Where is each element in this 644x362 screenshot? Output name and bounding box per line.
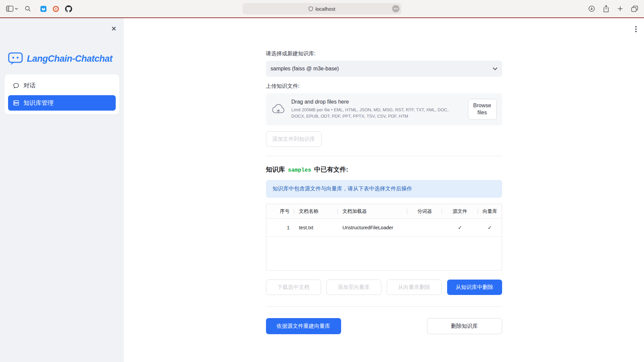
search-button[interactable] bbox=[24, 5, 32, 12]
logo-chat-icon bbox=[8, 52, 23, 66]
extension-blue-button[interactable] bbox=[40, 5, 47, 13]
search-icon bbox=[25, 6, 31, 12]
download-icon bbox=[588, 5, 595, 12]
cloud-upload-icon bbox=[271, 104, 285, 115]
delete-kb-button[interactable]: 删除知识库 bbox=[427, 318, 502, 334]
sidebar-toggle-button[interactable] bbox=[5, 5, 19, 12]
download-selected-button[interactable]: 下载选中文档 bbox=[266, 280, 321, 295]
kb-files-heading: 知识库 samples 中已有文件: bbox=[266, 165, 502, 174]
delete-from-vector-store-button[interactable]: 从向量库删除 bbox=[387, 280, 442, 295]
extension-orange-icon bbox=[53, 6, 59, 12]
site-settings-button[interactable] bbox=[392, 5, 399, 12]
cell-index: 1 bbox=[266, 225, 294, 230]
file-action-buttons: 下载选中文档 添加至向量库 从向量库删除 从知识库中删除 bbox=[266, 280, 502, 295]
file-uploader-dropzone[interactable]: Drag and drop files here Limit 200MB per… bbox=[266, 93, 502, 125]
kb-name-code: samples bbox=[288, 167, 311, 173]
add-files-to-kb-button[interactable]: 添加文件到知识库 bbox=[266, 131, 322, 147]
column-header[interactable]: 分词器 bbox=[407, 208, 442, 215]
divider bbox=[266, 306, 502, 307]
share-icon bbox=[603, 5, 609, 12]
logo-text: LangChain-Chatchat bbox=[27, 54, 112, 64]
kb-action-buttons: 依据源文件重建向量库 删除知识库 bbox=[266, 318, 502, 334]
select-kb-label: 请选择或新建知识库: bbox=[266, 50, 502, 57]
sidebar-close-button[interactable]: × bbox=[111, 24, 116, 33]
tabs-icon bbox=[631, 6, 638, 12]
main-area: 请选择或新建知识库: samples (faiss @ m3e-base) 上传… bbox=[124, 18, 644, 362]
column-header[interactable]: 向量库 bbox=[478, 208, 502, 215]
files-table: 序号 文档名称 文档加载器 分词器 源文件 向量库 1 test.txt Uns… bbox=[266, 204, 502, 271]
column-header[interactable]: 文档加载器 bbox=[338, 208, 407, 215]
extension-orange-button[interactable] bbox=[52, 5, 60, 13]
chevron-down-icon bbox=[15, 8, 18, 10]
delete-from-kb-button[interactable]: 从知识库中删除 bbox=[447, 280, 502, 295]
divider bbox=[266, 156, 502, 156]
chevron-down-icon bbox=[493, 67, 497, 70]
table-empty-area bbox=[266, 237, 502, 270]
sidebar: × LangChain-Chatchat 对话 bbox=[0, 18, 124, 362]
kb-select-value: samples (faiss @ m3e-base) bbox=[271, 66, 339, 72]
cell-source-file-check: ✓ bbox=[442, 225, 478, 230]
info-banner: 知识库中包含源文件与向量库，请从下表中选择文件后操作 bbox=[266, 180, 502, 198]
github-extension-button[interactable] bbox=[64, 5, 73, 13]
downloads-button[interactable] bbox=[588, 5, 596, 13]
share-button[interactable] bbox=[602, 4, 610, 13]
site-shield-icon bbox=[309, 6, 313, 11]
sidebar-item-label: 知识库管理 bbox=[23, 99, 54, 107]
column-header[interactable]: 源文件 bbox=[442, 208, 478, 215]
sidebar-item-dialogue[interactable]: 对话 bbox=[8, 78, 116, 93]
kb-heading-suffix: 中已有文件: bbox=[314, 165, 348, 174]
browse-files-button[interactable]: Browse files bbox=[468, 99, 497, 120]
column-header[interactable]: 文档名称 bbox=[294, 208, 338, 215]
new-tab-button[interactable] bbox=[616, 5, 624, 12]
tab-overview-button[interactable] bbox=[631, 5, 639, 13]
kb-select[interactable]: samples (faiss @ m3e-base) bbox=[266, 61, 502, 77]
knowledge-base-icon bbox=[13, 100, 19, 106]
extensions-group bbox=[40, 5, 73, 13]
logo: LangChain-Chatchat bbox=[8, 52, 124, 66]
cell-doc-name: test.txt bbox=[294, 225, 338, 230]
table-header-row: 序号 文档名称 文档加载器 分词器 源文件 向量库 bbox=[266, 204, 502, 219]
column-header[interactable]: 序号 bbox=[266, 208, 294, 215]
url-text: localhost bbox=[315, 6, 335, 12]
extension-blue-icon bbox=[40, 6, 47, 12]
screen: localhost bbox=[0, 0, 644, 362]
app-menu-button[interactable] bbox=[634, 25, 638, 34]
chat-bubble-icon bbox=[13, 82, 19, 89]
sidebar-item-label: 对话 bbox=[23, 81, 36, 89]
upload-label: 上传知识文件: bbox=[266, 83, 502, 90]
cell-loader: UnstructuredFileLoader bbox=[338, 225, 407, 230]
uploader-limit-text: Limit 200MB per file • EML, HTML, JSON, … bbox=[291, 107, 462, 120]
table-row[interactable]: 1 test.txt UnstructuredFileLoader ✓ ✓ bbox=[266, 219, 502, 237]
content-column: 请选择或新建知识库: samples (faiss @ m3e-base) 上传… bbox=[266, 18, 502, 334]
rebuild-vector-store-button[interactable]: 依据源文件重建向量库 bbox=[266, 318, 341, 334]
cell-vector-store-check: ✓ bbox=[478, 225, 502, 230]
add-to-vector-store-button[interactable]: 添加至向量库 bbox=[326, 280, 381, 295]
url-bar[interactable]: localhost bbox=[243, 3, 401, 14]
kb-heading-prefix: 知识库 bbox=[266, 165, 285, 174]
plus-icon bbox=[617, 6, 623, 12]
uploader-title: Drag and drop files here bbox=[291, 99, 462, 105]
sidebar-panel-icon bbox=[6, 6, 13, 12]
sidebar-item-kb-management[interactable]: 知识库管理 bbox=[8, 95, 116, 111]
browser-toolbar: localhost bbox=[0, 0, 644, 17]
sidebar-menu: 对话 知识库管理 bbox=[5, 74, 119, 114]
github-icon bbox=[65, 5, 72, 12]
